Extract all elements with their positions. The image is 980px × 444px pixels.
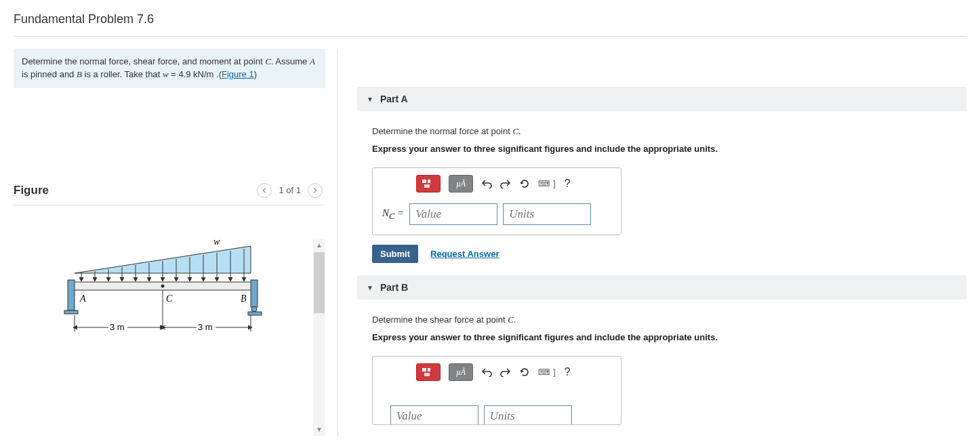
svg-text:C: C bbox=[166, 294, 173, 304]
part-a-instruction: Express your answer to three significant… bbox=[372, 144, 952, 154]
collapse-icon: ▼ bbox=[367, 96, 373, 103]
collapse-icon: ▼ bbox=[367, 284, 373, 291]
svg-text:3 m: 3 m bbox=[198, 322, 213, 332]
figure-viewport: w A C B bbox=[14, 239, 325, 436]
figure-prev-button[interactable] bbox=[257, 183, 272, 198]
scroll-down-icon[interactable]: ▼ bbox=[313, 424, 325, 436]
part-b-question: Determine the shear force at point C. bbox=[372, 315, 952, 325]
help-icon[interactable]: ? bbox=[565, 366, 571, 378]
value-input[interactable] bbox=[409, 203, 497, 225]
request-answer-link[interactable]: Request Answer bbox=[430, 249, 499, 259]
svg-rect-20 bbox=[248, 312, 262, 315]
keyboard-icon[interactable]: ⌨ ] bbox=[538, 179, 556, 188]
part-b-instruction: Express your answer to three significant… bbox=[372, 332, 952, 342]
svg-rect-35 bbox=[428, 180, 430, 183]
figure-image: w A C B bbox=[61, 239, 264, 361]
undo-icon[interactable] bbox=[481, 179, 492, 188]
keyboard-icon[interactable]: ⌨ ] bbox=[538, 367, 556, 377]
problem-statement: Determine the normal force, shear force,… bbox=[14, 49, 325, 88]
templates-icon[interactable] bbox=[416, 175, 441, 193]
variable-label: NC = bbox=[382, 207, 404, 222]
templates-icon[interactable] bbox=[416, 363, 441, 381]
part-a: ▼ Part A Determine the normal force at p… bbox=[357, 87, 966, 268]
units-input[interactable] bbox=[503, 203, 591, 225]
figure-link[interactable]: Figure 1 bbox=[222, 69, 254, 79]
svg-point-15 bbox=[161, 284, 165, 287]
svg-text:A: A bbox=[79, 294, 86, 304]
units-input[interactable] bbox=[484, 405, 572, 424]
answer-box-b: µÅ ⌨ ] ? bbox=[372, 356, 621, 425]
figure-heading: Figure bbox=[14, 184, 254, 197]
units-icon[interactable]: µÅ bbox=[449, 363, 473, 381]
part-b-label: Part B bbox=[380, 282, 408, 293]
svg-rect-39 bbox=[424, 373, 430, 376]
figure-scrollbar[interactable]: ▲ ▼ bbox=[313, 239, 325, 436]
redo-icon[interactable] bbox=[500, 367, 511, 377]
svg-rect-18 bbox=[251, 280, 258, 307]
part-a-header[interactable]: ▼ Part A bbox=[357, 87, 966, 111]
part-b-header[interactable]: ▼ Part B bbox=[357, 275, 966, 300]
svg-rect-36 bbox=[424, 184, 430, 188]
part-a-label: Part A bbox=[380, 94, 408, 104]
figure-next-button[interactable] bbox=[308, 183, 323, 198]
divider bbox=[14, 36, 966, 37]
svg-point-19 bbox=[251, 306, 257, 312]
part-a-question: Determine the normal force at point C. bbox=[372, 126, 952, 137]
reset-icon[interactable] bbox=[519, 178, 530, 189]
left-column: Determine the normal force, shear force,… bbox=[14, 49, 325, 436]
figure-divider bbox=[14, 205, 325, 205]
scroll-thumb[interactable] bbox=[314, 252, 325, 313]
figure-counter: 1 of 1 bbox=[279, 185, 301, 195]
answer-box-a: µÅ ⌨ ] ? bbox=[372, 167, 621, 235]
right-column: ▼ Part A Determine the normal force at p… bbox=[338, 49, 966, 436]
svg-text:w: w bbox=[213, 239, 220, 247]
page-title: Fundamental Problem 7.6 bbox=[14, 12, 966, 26]
reset-icon[interactable] bbox=[519, 367, 530, 378]
svg-rect-37 bbox=[422, 368, 426, 371]
redo-icon[interactable] bbox=[500, 179, 511, 188]
svg-rect-34 bbox=[422, 180, 426, 183]
value-input[interactable] bbox=[390, 405, 478, 424]
svg-text:3 m: 3 m bbox=[110, 322, 125, 332]
svg-rect-16 bbox=[68, 280, 75, 310]
submit-button[interactable]: Submit bbox=[372, 245, 418, 263]
variable-label bbox=[382, 411, 385, 422]
scroll-up-icon[interactable]: ▲ bbox=[313, 239, 325, 251]
svg-rect-38 bbox=[428, 368, 430, 371]
help-icon[interactable]: ? bbox=[565, 178, 571, 190]
svg-text:B: B bbox=[241, 294, 247, 304]
svg-rect-17 bbox=[64, 310, 78, 314]
part-b: ▼ Part B Determine the shear force at po… bbox=[357, 275, 966, 430]
units-icon[interactable]: µÅ bbox=[449, 175, 473, 193]
undo-icon[interactable] bbox=[481, 367, 492, 377]
